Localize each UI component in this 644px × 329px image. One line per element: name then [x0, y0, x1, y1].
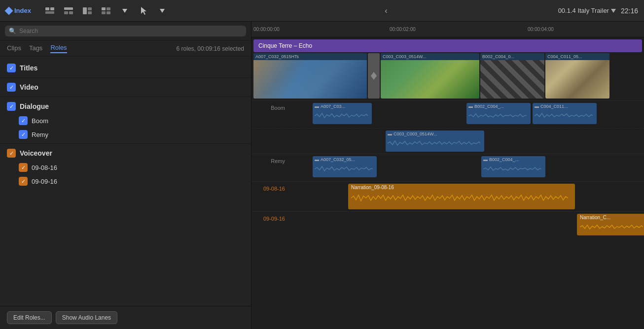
checkbox-boom[interactable]: ✓	[19, 116, 28, 125]
svg-rect-8	[88, 11, 92, 14]
back-button[interactable]: ‹	[385, 6, 387, 15]
checkbox-09-08-16[interactable]: ✓	[19, 163, 28, 172]
main-layout: 🔍 Clips Tags Roles 6 roles, 00:09:16 sel…	[0, 22, 644, 329]
voiceover-action-lines[interactable]: ≡	[221, 149, 233, 158]
svg-rect-0	[45, 7, 49, 10]
role-section-dialogue: ✓ Dialogue ▬ ≡ ✓ Boom ✓ Remy	[0, 99, 251, 141]
top-bar-center: ‹	[262, 6, 510, 15]
role-name-dialogue: Dialogue	[20, 102, 203, 110]
project-title-bar: Cinque Terre – Echo	[253, 39, 642, 52]
remy-clip-0-title: ▬ A007_C032_05...	[315, 157, 375, 162]
edit-roles-button[interactable]: Edit Roles...	[7, 311, 52, 324]
role-name-09-08-16: 09-08-16	[32, 164, 244, 171]
right-panel: 00:00:00:00 00:00:02:00 00:00:04:00 Cinq…	[251, 22, 644, 329]
video-clip-2-title: B002_C004_0...	[480, 53, 544, 60]
narration-09-09-waveform	[580, 221, 643, 233]
checkbox-remy[interactable]: ✓	[19, 130, 28, 139]
role-row-dialogue[interactable]: ✓ Dialogue ▬ ≡	[0, 99, 251, 114]
video-clip-3[interactable]: C004_C011_05...	[545, 53, 609, 99]
svg-rect-6	[83, 7, 87, 14]
boom-clip-0[interactable]: ▬ A007_C03...	[313, 103, 372, 124]
tab-clips[interactable]: Clips	[7, 44, 21, 53]
layout-icon-3[interactable]	[79, 4, 95, 18]
narration-09-08-16-clip[interactable]: Narration_09-08-16	[348, 184, 575, 209]
tab-roles[interactable]: Roles	[50, 44, 67, 53]
checkbox-titles[interactable]: ✓	[7, 64, 16, 72]
role-section-voiceover: ✓ Voiceover ▬ ≡ ✓ 09-08-16 ✓ 09-09-16	[0, 146, 251, 188]
timecode: 22:16	[621, 7, 638, 15]
c003-clip[interactable]: ▬ C003_C003_0514W...	[386, 131, 484, 152]
voiceover-09-09-16-label: 09-09-16	[251, 212, 287, 222]
layout-icon-1[interactable]	[42, 4, 58, 18]
layout-icon-4[interactable]	[98, 4, 114, 18]
checkbox-09-09-16[interactable]: ✓	[19, 177, 28, 186]
tool-dropdown-icon[interactable]	[154, 4, 170, 18]
search-bar: 🔍	[0, 22, 251, 41]
role-name-video: Video	[20, 83, 244, 91]
remy-clip-0[interactable]: ▬ A007_C032_05...	[313, 156, 377, 177]
divider-3	[0, 143, 251, 144]
sub-role-boom[interactable]: ✓ Boom	[0, 114, 251, 128]
search-icon: 🔍	[9, 28, 16, 34]
remy-lane: Remy ▬ A007_C032_05... ▬	[251, 154, 644, 181]
checkbox-voiceover[interactable]: ✓	[7, 149, 16, 158]
c003-waveform	[388, 137, 480, 149]
index-button[interactable]: Index	[6, 7, 31, 14]
checkbox-dialogue[interactable]: ✓	[7, 102, 16, 111]
voiceover-action-circle[interactable]	[236, 149, 244, 157]
roles-list: ✓ Titles ✓ Video ✓ Dialogue ▬	[0, 57, 251, 306]
ruler-mark-2: 00:00:04:00	[528, 27, 554, 32]
sub-role-09-08-16[interactable]: ✓ 09-08-16	[0, 161, 251, 174]
dialogue-action-lines[interactable]: ≡	[221, 102, 233, 111]
video-clip-2[interactable]: B002_C004_0...	[480, 53, 544, 99]
role-row-video[interactable]: ✓ Video	[0, 80, 251, 95]
voiceover-09-09-16-lane: 09-09-16 Narration_C...	[251, 211, 644, 237]
role-row-voiceover[interactable]: ✓ Voiceover ▬ ≡	[0, 146, 251, 161]
top-bar-left: Index	[6, 4, 262, 18]
remy-clip-1[interactable]: ▬ B002_C004_...	[481, 156, 545, 177]
svg-rect-2	[45, 11, 54, 14]
boom-clip-2[interactable]: ▬ C004_C011...	[533, 103, 597, 124]
selection-count: 6 roles, 00:09:16 selected	[177, 45, 244, 52]
bottom-buttons: Edit Roles... Show Audio Lanes	[0, 306, 251, 329]
boom-lane: Boom ▬ A007_C03... ▬ B	[251, 100, 644, 128]
role-name-remy: Remy	[32, 131, 244, 138]
project-title: Cinque Terre – Echo	[258, 42, 312, 49]
svg-marker-13	[122, 9, 127, 13]
video-clip-1[interactable]: C003_C003_0514W...	[381, 53, 479, 99]
project-name[interactable]: 00.1.4 Italy Trailer	[558, 7, 616, 14]
role-section-titles: ✓ Titles	[0, 61, 251, 75]
search-input-wrap: 🔍	[5, 26, 246, 36]
boom-sub-clips: ▬ C003_C003_0514W...	[287, 129, 644, 154]
transition-0	[368, 53, 380, 99]
video-clip-0[interactable]: A007_C032_0515HTs	[253, 53, 367, 99]
video-clip-3-thumb	[545, 60, 609, 99]
voiceover-action-eq[interactable]: ▬	[207, 149, 218, 158]
arrow-tool-icon[interactable]	[136, 4, 151, 18]
video-clip-0-title: A007_C032_0515HTs	[253, 53, 367, 60]
video-clip-0-thumb	[253, 60, 367, 99]
show-audio-lanes-button[interactable]: Show Audio Lanes	[56, 311, 117, 324]
narration-09-09-16-clip[interactable]: Narration_C...	[577, 214, 644, 235]
svg-rect-10	[107, 7, 110, 10]
layout-dropdown-icon[interactable]	[117, 4, 133, 18]
checkbox-video[interactable]: ✓	[7, 83, 16, 92]
dialogue-action-eq[interactable]: ▬	[207, 102, 218, 111]
role-row-titles[interactable]: ✓ Titles	[0, 61, 251, 75]
dialogue-action-circle[interactable]	[236, 102, 244, 110]
video-clip-2-thumb	[480, 60, 544, 99]
boom-clip-2-waveform	[535, 110, 593, 122]
tab-tags[interactable]: Tags	[29, 44, 42, 53]
search-input[interactable]	[19, 28, 242, 34]
tabs-row: Clips Tags Roles 6 roles, 00:09:16 selec…	[0, 41, 251, 57]
sub-role-09-09-16[interactable]: ✓ 09-09-16	[0, 174, 251, 188]
remy-clip-0-waveform	[315, 163, 373, 175]
boom-lane-label: Boom	[251, 101, 287, 111]
voiceover-09-08-16-label: 09-08-16	[251, 182, 287, 192]
layout-icon-2[interactable]	[61, 4, 76, 18]
svg-marker-15	[160, 9, 165, 13]
timeline-ruler: 00:00:00:00 00:00:02:00 00:00:04:00	[251, 22, 644, 37]
boom-clip-1[interactable]: ▬ B002_C004_...	[466, 103, 531, 124]
sub-role-remy[interactable]: ✓ Remy	[0, 128, 251, 141]
divider-1	[0, 77, 251, 78]
